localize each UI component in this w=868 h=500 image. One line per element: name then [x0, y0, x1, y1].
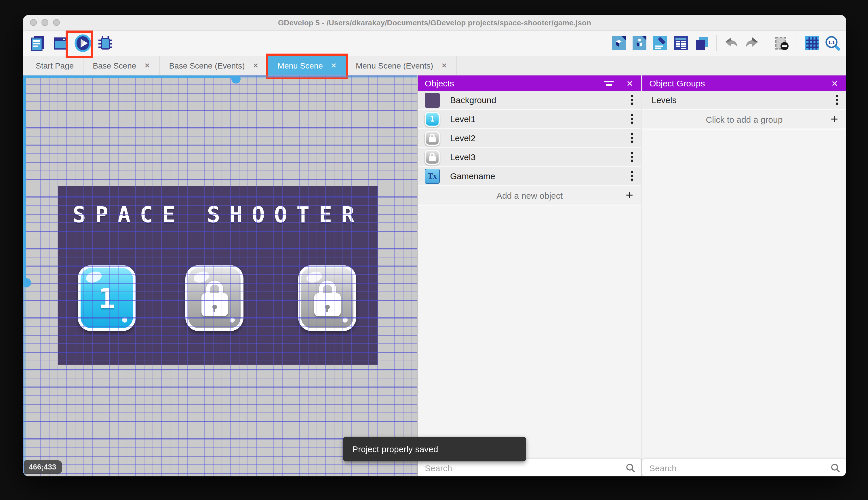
- text-object-thumbnail: Tx: [425, 169, 440, 183]
- tab-label: Base Scene: [93, 61, 136, 70]
- object-menu-icon[interactable]: [631, 133, 633, 143]
- properties-icon[interactable]: [652, 35, 668, 51]
- object-row-level1[interactable]: 1 Level1: [418, 110, 641, 129]
- object-name: Level1: [450, 114, 476, 124]
- level1-button-instance[interactable]: 1: [78, 265, 136, 331]
- level2-thumbnail: [425, 130, 440, 146]
- layers-icon[interactable]: [694, 35, 709, 51]
- tab-menu-scene-events[interactable]: Menu Scene (Events) ✕: [347, 56, 457, 75]
- groups-search-bar[interactable]: [642, 459, 846, 476]
- objects-editor-icon[interactable]: [611, 35, 626, 51]
- toolbar: 1:1: [23, 31, 846, 56]
- objects-search-input[interactable]: [425, 463, 626, 473]
- canvas-horizontal-scrollbar[interactable]: [23, 76, 417, 78]
- add-group-row[interactable]: Click to add a group +: [642, 110, 846, 129]
- undo-icon[interactable]: [724, 35, 739, 51]
- screenshot-stage: GDevelop 5 - /Users/dkarakay/Documents/G…: [0, 0, 868, 500]
- object-menu-icon[interactable]: [631, 152, 633, 162]
- filter-icon[interactable]: [605, 80, 614, 86]
- gdevelop-window: GDevelop 5 - /Users/dkarakay/Documents/G…: [23, 15, 846, 476]
- object-groups-panel-header: Object Groups ✕: [642, 76, 846, 91]
- lock-icon: [201, 280, 228, 316]
- objects-search-bar[interactable]: [418, 459, 641, 476]
- redo-icon[interactable]: [744, 35, 760, 51]
- instances-list-icon[interactable]: [673, 35, 689, 51]
- tab-base-scene[interactable]: Base Scene ✕: [83, 56, 160, 75]
- scene-background-instance[interactable]: SPACE SHOOTER 1: [58, 186, 378, 365]
- button-dot: [342, 317, 348, 322]
- group-menu-icon[interactable]: [836, 95, 838, 105]
- button-dot: [230, 317, 235, 322]
- object-menu-icon[interactable]: [631, 114, 633, 124]
- add-object-row[interactable]: Add a new object +: [418, 186, 641, 206]
- object-menu-icon[interactable]: [631, 171, 633, 181]
- object-name: Level2: [450, 133, 476, 143]
- zoom-window-button[interactable]: [53, 19, 60, 26]
- object-row-background[interactable]: Background: [418, 91, 641, 110]
- scene-list-icon[interactable]: [51, 34, 70, 53]
- toolbar-right-group: 1:1: [611, 35, 840, 51]
- object-row-level2[interactable]: Level2: [418, 129, 641, 148]
- object-row-gamename[interactable]: Tx Gamename: [418, 167, 641, 186]
- tab-label: Start Page: [36, 61, 74, 70]
- objects-panel-header: Objects ✕: [418, 76, 641, 91]
- debugger-icon[interactable]: [96, 34, 115, 53]
- scene-title-text-instance[interactable]: SPACE SHOOTER: [58, 202, 378, 228]
- level3-button-instance[interactable]: [298, 265, 356, 331]
- close-panel-icon[interactable]: ✕: [831, 79, 838, 87]
- scene-editor-canvas[interactable]: SPACE SHOOTER 1: [23, 76, 417, 476]
- add-object-label: Add a new object: [496, 190, 563, 200]
- search-icon: [626, 463, 635, 473]
- object-row-level3[interactable]: Level3: [418, 148, 641, 167]
- tab-close-icon[interactable]: ✕: [253, 61, 258, 69]
- cursor-coordinates: 466;433: [24, 460, 62, 474]
- toolbar-divider: [716, 35, 717, 51]
- tab-base-scene-events[interactable]: Base Scene (Events) ✕: [160, 56, 268, 75]
- object-groups-panel: Object Groups ✕ Levels Click to add a gr…: [642, 76, 846, 476]
- level1-number: 1: [98, 282, 115, 314]
- tab-start-page[interactable]: Start Page: [26, 56, 83, 75]
- groups-search-input[interactable]: [649, 463, 831, 473]
- tab-menu-scene[interactable]: Menu Scene ✕: [269, 56, 347, 75]
- level2-button-instance[interactable]: [185, 265, 244, 331]
- level1-thumbnail: 1: [425, 112, 440, 126]
- object-name: Level3: [450, 152, 476, 162]
- toggle-window-mask-icon[interactable]: [774, 35, 790, 51]
- minimize-window-button[interactable]: [42, 19, 48, 26]
- save-toast: Project properly saved: [343, 436, 526, 462]
- plus-icon[interactable]: +: [626, 189, 633, 202]
- close-panel-icon[interactable]: ✕: [626, 79, 633, 87]
- group-row-levels[interactable]: Levels: [642, 91, 846, 110]
- toolbar-divider: [767, 35, 767, 51]
- object-menu-icon[interactable]: [631, 95, 633, 105]
- tab-close-icon[interactable]: ✕: [144, 61, 150, 69]
- toast-message: Project properly saved: [352, 444, 438, 454]
- tab-bar: Start Page Base Scene ✕ Base Scene (Even…: [23, 56, 846, 76]
- play-preview-icon[interactable]: [74, 34, 92, 53]
- button-dot: [122, 317, 127, 322]
- plus-icon[interactable]: +: [831, 113, 838, 126]
- objects-panel-body: [418, 206, 641, 476]
- close-window-button[interactable]: [30, 19, 37, 26]
- project-manager-icon[interactable]: [29, 34, 47, 53]
- tab-label: Base Scene (Events): [169, 61, 245, 70]
- window-title: GDevelop 5 - /Users/dkarakay/Documents/G…: [278, 18, 591, 27]
- group-name: Levels: [652, 95, 677, 105]
- canvas-vertical-scrollbar[interactable]: [23, 76, 26, 476]
- objects-panel: Objects ✕ Background 1 Level1: [418, 76, 641, 476]
- object-groups-editor-icon[interactable]: [631, 35, 647, 51]
- object-name: Background: [450, 95, 496, 105]
- level3-thumbnail: [425, 149, 440, 164]
- tab-close-icon[interactable]: ✕: [441, 61, 447, 69]
- tab-close-icon[interactable]: ✕: [331, 61, 337, 69]
- toggle-grid-icon[interactable]: [804, 35, 820, 51]
- content-area: SPACE SHOOTER 1: [23, 76, 846, 476]
- traffic-lights: [30, 15, 60, 30]
- vertical-scroll-handle[interactable]: [23, 278, 31, 287]
- zoom-1-1-icon[interactable]: 1:1: [825, 35, 840, 51]
- tab-label: Menu Scene: [278, 61, 323, 70]
- horizontal-scroll-handle[interactable]: [231, 76, 241, 83]
- object-groups-panel-title: Object Groups: [649, 78, 705, 88]
- objects-panel-title: Objects: [425, 78, 454, 88]
- object-name: Gamename: [450, 171, 495, 181]
